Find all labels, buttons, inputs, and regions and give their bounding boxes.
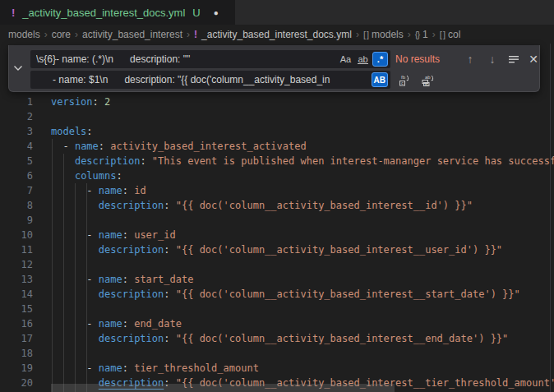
code-line[interactable]: 17 description: "{{ doc('column__activit… (0, 331, 554, 346)
chevron-down-icon (13, 65, 23, 71)
code-line[interactable]: 7 - name: id (0, 183, 554, 198)
find-replace-widget: Aa ab .* No results ↑ ↓ ✕ AB fb (8, 45, 540, 92)
code-text: - name: user_id (51, 228, 176, 242)
code-line[interactable]: 10 - name: user_id (0, 228, 554, 242)
line-number: 8 (0, 198, 33, 213)
symbol-kind-icon: [ ] (363, 30, 368, 39)
line-number: 1 (0, 95, 33, 109)
find-in-selection-icon (508, 53, 519, 65)
symbol-kind-icon: [ ] (440, 30, 445, 39)
code-line[interactable]: 19 - name: tier_threshold_amount (0, 361, 554, 376)
code-line[interactable]: 5 description: "This event is published … (0, 154, 554, 168)
svg-text:ab: ab (425, 75, 431, 80)
next-match-button[interactable]: ↓ (484, 52, 501, 67)
breadcrumb-item--activity-based-interest-docs-yml[interactable]: !_activity_based_interest_docs.yml (194, 29, 352, 40)
code-line[interactable]: 6 columns: (0, 168, 554, 183)
code-line[interactable]: 1version: 2 (0, 95, 554, 109)
code-line[interactable]: 16 - name: end_date (0, 316, 554, 331)
find-results-count: No results (395, 50, 440, 68)
match-case-toggle[interactable]: Aa (338, 52, 353, 67)
tab-filename: _activity_based_interest_docs.yml (22, 7, 185, 19)
line-number: 10 (0, 228, 33, 242)
git-status-untracked-badge: U (192, 7, 200, 19)
code-text: description: "{{ doc('column__activity_b… (51, 331, 508, 346)
unsaved-dot-icon[interactable]: ● (214, 8, 219, 17)
replace-input[interactable] (30, 71, 390, 89)
code-text: models: (51, 124, 93, 139)
breadcrumb-label: models (8, 29, 40, 40)
code-line[interactable]: 11 description: "{{ doc('column__activit… (0, 242, 554, 257)
code-editor[interactable]: 1version: 223models:4 - name: activity_b… (0, 44, 554, 392)
line-number: 3 (0, 124, 33, 139)
line-number: 16 (0, 316, 33, 331)
breadcrumb-item-models[interactable]: [ ]models (363, 29, 404, 40)
code-text: - name: end_date (51, 316, 182, 331)
regex-toggle[interactable]: .* (372, 52, 388, 67)
line-number: 13 (0, 272, 33, 287)
code-text: version: 2 (51, 95, 110, 109)
find-input[interactable] (30, 50, 390, 68)
breadcrumb-label: _activity_based_interest_docs.yml (201, 29, 352, 40)
code-text: - name: activity_based_interest_activate… (51, 139, 307, 154)
line-number: 7 (0, 183, 33, 198)
code-text: - name: tier_threshold_amount (51, 361, 259, 376)
previous-match-button[interactable]: ↑ (462, 52, 478, 67)
breadcrumb-label: col (448, 29, 460, 40)
svg-text:fb: fb (401, 75, 406, 80)
breadcrumb-label: activity_based_interest (82, 29, 182, 40)
code-line[interactable]: 12 (0, 257, 554, 272)
code-line[interactable]: 13 - name: start_date (0, 272, 554, 287)
code-line[interactable]: 9 (0, 213, 554, 228)
line-number: 17 (0, 331, 33, 346)
close-find-widget-button[interactable]: ✕ (525, 52, 542, 67)
line-number: 2 (0, 109, 33, 124)
find-in-selection-button[interactable] (506, 52, 522, 67)
line-number: 20 (0, 376, 33, 390)
breadcrumb-item-col[interactable]: [ ]col (440, 29, 461, 40)
breadcrumb-item-models[interactable]: models (8, 29, 40, 40)
whole-word-toggle[interactable]: ab (355, 52, 371, 67)
line-number: 14 (0, 287, 33, 302)
code-line[interactable]: 4 - name: activity_based_interest_activa… (0, 139, 554, 154)
code-text: description: "{{ doc('column__activity_b… (51, 198, 473, 213)
code-line[interactable]: 3models: (0, 124, 554, 139)
tab-activity-based-interest-docs[interactable]: ! _activity_based_interest_docs.yml U ● (0, 0, 235, 25)
tab-bar: ! _activity_based_interest_docs.yml U ● (0, 0, 554, 25)
code-text: description: "This event is published wh… (51, 154, 554, 168)
breadcrumb-separator-icon: › (432, 29, 436, 40)
line-number: 19 (0, 361, 33, 376)
preserve-case-toggle[interactable]: AB (372, 72, 388, 87)
toggle-replace-button[interactable] (9, 45, 27, 91)
line-number: 4 (0, 139, 33, 154)
code-line[interactable]: 2 (0, 109, 554, 124)
code-text: description: "{{ doc('column__activity_b… (51, 287, 520, 302)
code-line[interactable]: 18 (0, 346, 554, 361)
whole-word-icon: ab (358, 55, 367, 64)
line-number: 12 (0, 257, 33, 272)
yaml-file-icon: ! (194, 29, 197, 40)
line-number: 11 (0, 242, 33, 257)
breadcrumb-separator-icon: › (356, 29, 359, 40)
svg-text:ac: ac (424, 82, 429, 86)
code-text: columns: (51, 168, 122, 183)
code-line[interactable]: 15 (0, 302, 554, 316)
horizontal-scrollbar-thumb[interactable] (51, 384, 395, 392)
line-number: 5 (0, 154, 33, 168)
breadcrumb-item-core[interactable]: core (52, 29, 71, 40)
breadcrumb-label: 1 (422, 29, 428, 40)
scrollbar-track-edge (550, 44, 551, 392)
code-text: - name: start_date (51, 272, 193, 287)
code-line[interactable]: 8 description: "{{ doc('column__activity… (0, 198, 554, 213)
replace-button[interactable]: fb c (395, 72, 413, 89)
breadcrumb-item-activity-based-interest[interactable]: activity_based_interest (82, 29, 182, 40)
breadcrumb-separator-icon: › (408, 29, 411, 40)
replace-all-button[interactable]: ab ac (418, 72, 436, 89)
breadcrumb-item-1[interactable]: {}1 (415, 29, 428, 40)
line-number: 18 (0, 346, 33, 361)
vscode-window: ! _activity_based_interest_docs.yml U ● … (0, 0, 554, 392)
breadcrumb-separator-icon: › (75, 29, 78, 40)
code-line[interactable]: 14 description: "{{ doc('column__activit… (0, 287, 554, 302)
breadcrumb-label: models (372, 29, 404, 40)
replace-icon: fb c (398, 74, 411, 87)
symbol-kind-icon: {} (415, 30, 419, 39)
